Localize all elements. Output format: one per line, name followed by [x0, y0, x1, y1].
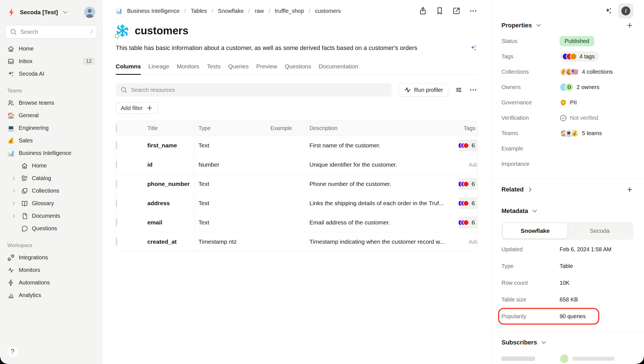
row-checkbox[interactable]	[116, 219, 117, 226]
sidebar-item-bi-home[interactable]: Home	[4, 159, 98, 172]
tags-pill[interactable]: 6	[459, 217, 477, 228]
chevron-right-icon[interactable]	[10, 176, 17, 181]
sidebar-item-engineering[interactable]: 💻 Engineering	[4, 122, 98, 134]
sidebar-item-bi-catalog[interactable]: Catalog	[4, 172, 98, 185]
select-all-checkbox[interactable]	[116, 124, 117, 132]
sidebar-item-secoda-ai[interactable]: Secoda AI	[4, 68, 98, 80]
add-property-button[interactable]	[626, 22, 633, 29]
open-external-icon[interactable]	[452, 7, 461, 15]
breadcrumb-item[interactable]: truffle_shop	[275, 8, 304, 14]
table-row[interactable]: first_name Text First name of the custom…	[116, 136, 477, 155]
row-checkbox[interactable]	[116, 161, 117, 168]
sidebar-item-bi-collections[interactable]: Collections	[4, 185, 98, 197]
tab-snowflake[interactable]: Snowflake	[503, 223, 567, 238]
collections-value[interactable]: 🥐 🍪 🇺🇸 4 collections	[560, 68, 633, 76]
tab-lineage[interactable]: Lineage	[148, 63, 169, 75]
column-header-description[interactable]: Description	[305, 125, 459, 131]
metadata-section-header[interactable]: Metadata	[501, 207, 633, 215]
sidebar-item-inbox[interactable]: Inbox 12	[4, 55, 98, 68]
verification-value[interactable]: Not verified	[560, 114, 633, 122]
tab-tests[interactable]: Tests	[207, 63, 221, 75]
cell-description[interactable]: Phone number of the customer.	[305, 181, 459, 187]
cell-description[interactable]: Timestamp indicating when the customer r…	[305, 238, 459, 245]
sidebar-item-integrations[interactable]: Integrations	[4, 251, 98, 264]
cell-description[interactable]: First name of the customer.	[305, 142, 459, 149]
status-badge[interactable]: Published	[560, 36, 594, 46]
chevron-right-icon[interactable]	[10, 188, 17, 193]
column-header-tags[interactable]: Tags	[459, 125, 477, 131]
breadcrumb-item[interactable]: customers	[315, 8, 341, 14]
tags-pill[interactable]: 4 tags	[560, 51, 599, 62]
subscribers-section-header[interactable]: Subscribers	[501, 339, 633, 346]
table-row[interactable]: email Text Email address of the customer…	[116, 213, 477, 232]
governance-value[interactable]: PII	[560, 99, 633, 106]
cell-title[interactable]: id	[143, 161, 194, 168]
cell-description[interactable]: Links the shipping details of each order…	[305, 200, 459, 207]
sidebar-item-browse-teams[interactable]: Browse teams	[4, 97, 98, 109]
sidebar-item-sales[interactable]: 💰 Sales	[4, 134, 98, 147]
tags-pill[interactable]: 6	[459, 178, 477, 190]
share-icon[interactable]	[419, 7, 427, 15]
table-row[interactable]: id Number Unique identifier for the cust…	[116, 155, 477, 174]
sidebar-item-monitors[interactable]: Monitors	[4, 264, 98, 276]
column-header-type[interactable]: Type	[194, 125, 266, 131]
ai-sparkle-icon[interactable]	[470, 44, 477, 52]
sidebar-item-home[interactable]: Home	[4, 42, 98, 55]
tab-preview[interactable]: Preview	[256, 63, 277, 75]
tab-secoda[interactable]: Secoda	[567, 223, 632, 238]
tab-monitors[interactable]: Monitors	[177, 63, 200, 75]
filter-settings-icon[interactable]	[455, 86, 462, 94]
breadcrumb-item[interactable]: raw	[255, 8, 264, 14]
page-description[interactable]: This table has basic information about a…	[116, 44, 417, 52]
more-options-icon[interactable]	[469, 7, 477, 15]
sidebar-item-bi-questions[interactable]: Questions	[4, 222, 98, 235]
ai-sparkle-icon[interactable]	[604, 7, 613, 15]
tab-queries[interactable]: Queries	[228, 63, 249, 75]
sidebar-item-automations[interactable]: Automations	[4, 276, 98, 289]
chevron-right-icon[interactable]	[10, 214, 17, 219]
add-tag-button[interactable]: Add tag	[469, 238, 477, 245]
cell-description[interactable]: Unique identifier for the customer.	[305, 161, 459, 168]
table-row[interactable]: phone_number Text Phone number of the cu…	[116, 174, 477, 193]
row-checkbox[interactable]	[116, 199, 117, 207]
cell-title[interactable]: first_name	[143, 142, 194, 149]
column-header-example[interactable]: Example	[266, 125, 305, 131]
property-row-importance[interactable]: Importance	[501, 156, 633, 172]
cell-title[interactable]: phone_number	[143, 181, 194, 187]
run-profiler-button[interactable]: Run profiler	[399, 83, 448, 97]
column-header-title[interactable]: Title	[143, 125, 194, 131]
info-button[interactable]: i	[618, 3, 633, 18]
user-avatar[interactable]	[84, 7, 95, 18]
add-tag-button[interactable]: Add tag	[469, 161, 477, 168]
add-related-button[interactable]	[626, 186, 633, 193]
breadcrumb-item[interactable]: Snowflake	[218, 8, 244, 14]
sidebar-item-general[interactable]: 🏠 General	[4, 109, 98, 122]
row-checkbox[interactable]	[116, 180, 117, 188]
sidebar-item-analytics[interactable]: Analytics	[4, 289, 98, 301]
cell-description[interactable]: Email address of the customer.	[305, 219, 459, 226]
add-filter-button[interactable]: Add filter	[116, 102, 158, 114]
sidebar-item-business-intelligence[interactable]: 📊 Business Intelligence	[4, 147, 98, 159]
table-row[interactable]: created_at Timestamp ntz Timestamp indic…	[116, 232, 477, 251]
sidebar-item-bi-glossary[interactable]: Glossary	[4, 197, 98, 210]
table-row[interactable]: address Text Links the shipping details …	[116, 193, 477, 213]
owners-value[interactable]: O 2 owners	[560, 83, 633, 92]
related-section-header[interactable]: Related	[501, 186, 633, 193]
help-button[interactable]: ?	[6, 345, 19, 358]
tab-documentation[interactable]: Documentation	[319, 63, 358, 75]
row-checkbox[interactable]	[116, 142, 117, 149]
cell-title[interactable]: email	[143, 219, 194, 226]
cell-title[interactable]: address	[143, 200, 194, 207]
tags-pill[interactable]: 6	[459, 197, 477, 209]
property-row-example[interactable]: Example	[501, 141, 633, 156]
teams-value[interactable]: 🏠 💻 💰 5 teams	[560, 129, 633, 138]
breadcrumb-item[interactable]: Business Intelligence	[127, 8, 180, 14]
tab-questions[interactable]: Questions	[285, 63, 311, 75]
breadcrumb-item[interactable]: Tables	[191, 8, 207, 14]
more-options-icon[interactable]	[469, 86, 477, 94]
search-resources-input[interactable]: Search resources	[116, 83, 392, 97]
sidebar-search-input[interactable]: Search /	[5, 25, 97, 39]
properties-section-header[interactable]: Properties	[501, 22, 633, 29]
sidebar-item-bi-documents[interactable]: Documents	[4, 210, 98, 222]
bookmark-icon[interactable]	[435, 7, 444, 15]
